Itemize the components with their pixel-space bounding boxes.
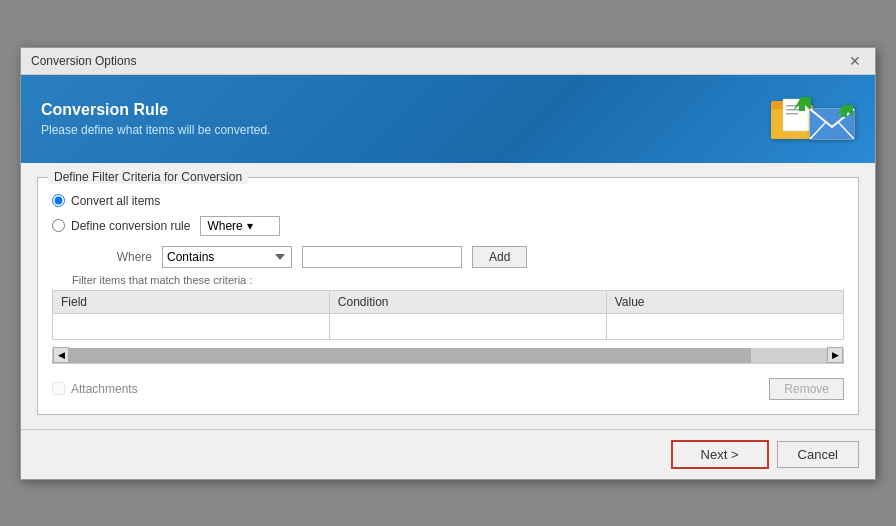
next-button[interactable]: Next >: [671, 440, 769, 469]
add-button[interactable]: Add: [472, 246, 527, 268]
remove-button[interactable]: Remove: [769, 378, 844, 400]
close-button[interactable]: ✕: [845, 54, 865, 68]
scroll-track[interactable]: [69, 348, 827, 363]
convert-all-radio[interactable]: [52, 194, 65, 207]
col-value: Value: [606, 290, 843, 313]
header-text-area: Conversion Rule Please define what items…: [41, 101, 270, 137]
header-title: Conversion Rule: [41, 101, 270, 119]
main-content: Define Filter Criteria for Conversion Co…: [21, 163, 875, 429]
bottom-row: Attachments Remove: [52, 374, 844, 400]
filter-group-legend: Define Filter Criteria for Conversion: [48, 170, 248, 184]
define-rule-label: Define conversion rule: [71, 219, 190, 233]
cell-field: [53, 313, 330, 339]
condition-row: Where Contains Equals Starts With Ends W…: [52, 246, 844, 268]
define-rule-radio[interactable]: [52, 219, 65, 232]
attachments-label: Attachments: [71, 382, 138, 396]
header-icons: [769, 91, 855, 147]
dropdown-arrow-icon: ▾: [247, 219, 253, 233]
conversion-options-dialog: Conversion Options ✕ Conversion Rule Ple…: [20, 47, 876, 480]
convert-all-label: Convert all items: [71, 194, 160, 208]
dialog-title: Conversion Options: [31, 54, 136, 68]
where-dropdown-text: Where: [207, 219, 242, 233]
condition-select[interactable]: Contains Equals Starts With Ends With: [162, 246, 292, 268]
where-dropdown[interactable]: Where ▾: [200, 216, 280, 236]
criteria-table: Field Condition Value: [52, 290, 844, 340]
svg-rect-6: [786, 113, 798, 115]
cell-condition: [329, 313, 606, 339]
cell-value: [606, 313, 843, 339]
attachments-row: Attachments: [52, 382, 138, 396]
scroll-right-button[interactable]: ▶: [827, 347, 843, 363]
table-row[interactable]: [53, 313, 844, 339]
convert-all-row: Convert all items: [52, 194, 844, 208]
where-condition-label: Where: [72, 250, 152, 264]
col-field: Field: [53, 290, 330, 313]
filter-hint: Filter items that match these criteria :: [52, 274, 844, 286]
col-condition: Condition: [329, 290, 606, 313]
header-subtitle: Please define what items will be convert…: [41, 123, 270, 137]
value-input[interactable]: [302, 246, 462, 268]
scroll-left-button[interactable]: ◀: [53, 347, 69, 363]
scroll-thumb[interactable]: [69, 348, 751, 363]
cancel-button[interactable]: Cancel: [777, 441, 859, 468]
attachments-checkbox[interactable]: [52, 382, 65, 395]
define-rule-row: Define conversion rule Where ▾: [52, 216, 844, 236]
footer: Next > Cancel: [21, 429, 875, 479]
horizontal-scrollbar[interactable]: ◀ ▶: [52, 348, 844, 364]
filter-criteria-group: Define Filter Criteria for Conversion Co…: [37, 177, 859, 415]
title-bar: Conversion Options ✕: [21, 48, 875, 75]
email-icon: [809, 105, 855, 143]
header-banner: Conversion Rule Please define what items…: [21, 75, 875, 163]
